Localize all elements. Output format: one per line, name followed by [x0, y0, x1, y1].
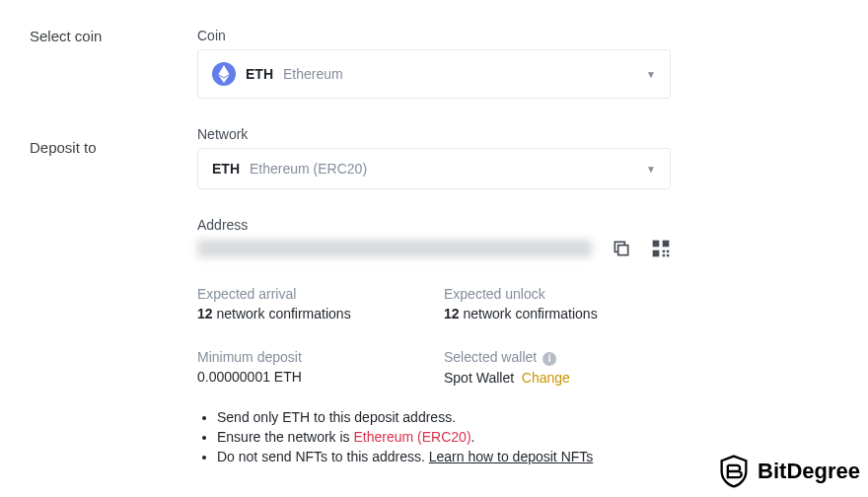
svg-rect-5	[663, 250, 666, 252]
chevron-down-icon: ▼	[646, 164, 656, 175]
info-icon[interactable]: i	[542, 352, 556, 366]
coin-name: Ethereum	[283, 66, 343, 82]
svg-rect-4	[653, 250, 660, 257]
chevron-down-icon: ▼	[646, 69, 656, 80]
deposit-address-value	[197, 240, 592, 257]
svg-rect-6	[667, 250, 670, 252]
coin-symbol: ETH	[246, 66, 273, 82]
expected-unlock-unit: network confirmations	[463, 306, 597, 321]
expected-arrival-block: Expected arrival 12 network confirmation…	[197, 286, 424, 321]
coin-dropdown[interactable]: ETH Ethereum ▼	[197, 49, 671, 99]
deposit-warnings-list: Send only ETH to this deposit address. E…	[197, 409, 671, 464]
network-symbol: ETH	[212, 161, 240, 177]
watermark-text: BitDegree	[758, 459, 860, 484]
expected-unlock-count: 12	[444, 306, 460, 321]
section-label-deposit-to: Deposit to	[30, 139, 197, 156]
svg-rect-8	[667, 254, 670, 257]
expected-arrival-label: Expected arrival	[197, 286, 424, 302]
min-deposit-value: 0.00000001 ETH	[197, 369, 424, 385]
expected-unlock-label: Expected unlock	[444, 286, 671, 302]
network-field-label: Network	[197, 126, 671, 142]
qr-code-icon[interactable]	[651, 239, 671, 258]
shield-icon	[718, 456, 750, 487]
svg-rect-1	[618, 246, 628, 255]
address-field-label: Address	[197, 217, 671, 233]
change-wallet-link[interactable]: Change	[522, 370, 570, 386]
selected-wallet-label: Selected wallet	[444, 349, 537, 365]
expected-arrival-count: 12	[197, 306, 213, 321]
watermark-logo: BitDegree	[714, 450, 864, 493]
svg-rect-7	[663, 254, 666, 257]
min-deposit-block: Minimum deposit 0.00000001 ETH	[197, 349, 424, 386]
network-name: Ethereum (ERC20)	[250, 161, 367, 177]
coin-field-label: Coin	[197, 28, 671, 43]
network-dropdown[interactable]: ETH Ethereum (ERC20) ▼	[197, 148, 671, 189]
selected-wallet-block: Selected wallet i Spot Wallet Change	[444, 349, 671, 386]
list-item: Do not send NFTs to this address. Learn …	[217, 449, 671, 464]
list-item: Ensure the network is Ethereum (ERC20).	[217, 429, 671, 445]
list-item: Send only ETH to this deposit address.	[217, 409, 671, 425]
learn-nft-link[interactable]: Learn how to deposit NFTs	[429, 449, 594, 464]
expected-unlock-block: Expected unlock 12 network confirmations	[444, 286, 671, 321]
expected-arrival-unit: network confirmations	[216, 306, 350, 321]
copy-icon[interactable]	[612, 239, 631, 258]
section-label-select-coin: Select coin	[30, 28, 197, 44]
min-deposit-label: Minimum deposit	[197, 349, 424, 365]
svg-rect-2	[653, 241, 660, 248]
selected-wallet-value: Spot Wallet	[444, 370, 514, 386]
ethereum-icon	[212, 62, 236, 86]
svg-rect-3	[663, 241, 670, 248]
